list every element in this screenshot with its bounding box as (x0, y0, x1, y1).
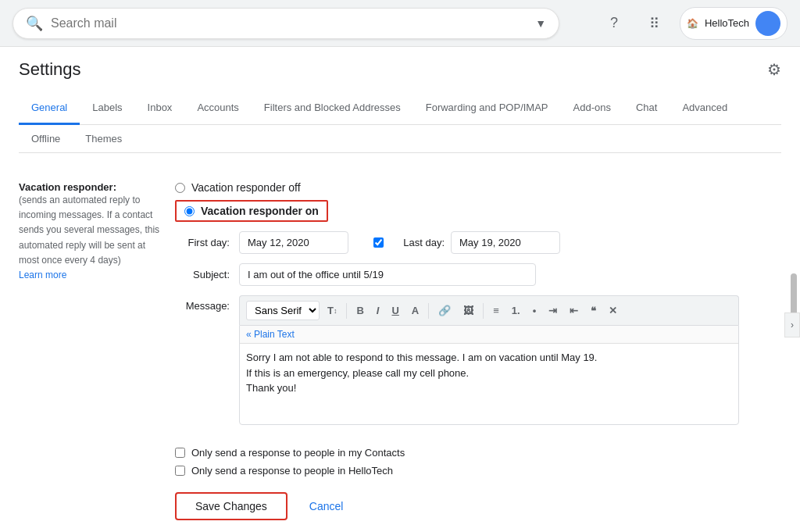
app-header: 🔍 ▼ ? ⠿ 🏠 HelloTech (0, 0, 800, 47)
subject-row: Subject: (175, 263, 781, 286)
font-size-btn[interactable]: T↕ (323, 302, 341, 320)
align-btn[interactable]: ≡ (488, 302, 504, 320)
search-dropdown-icon[interactable]: ▼ (535, 17, 546, 30)
settings-container: Settings ⚙ General Labels Inbox Accounts… (0, 47, 800, 532)
indent-btn[interactable]: ⇥ (544, 302, 562, 320)
help-icon: ? (610, 15, 618, 31)
account-home-icon: 🏠 (687, 18, 698, 29)
tab-forwarding[interactable]: Forwarding and POP/IMAP (413, 92, 561, 125)
learn-more-link[interactable]: Learn more (19, 270, 66, 280)
settings-title-row: Settings ⚙ (19, 59, 781, 80)
vacation-options: Vacation responder off Vacation responde… (175, 181, 781, 434)
message-editor: Sans Serif T↕ B I U A 🔗 🖼 (239, 295, 739, 425)
last-day-input[interactable] (451, 231, 560, 254)
header-right: ? ⠿ 🏠 HelloTech (598, 7, 788, 40)
ul-btn[interactable]: • (528, 302, 541, 320)
italic-btn[interactable]: I (372, 302, 384, 320)
gear-icon[interactable]: ⚙ (767, 60, 781, 79)
main-tabs: General Labels Inbox Accounts Filters an… (19, 92, 781, 125)
page-title: Settings (19, 59, 81, 80)
underline-btn[interactable]: U (387, 302, 403, 320)
tab-accounts[interactable]: Accounts (184, 92, 251, 125)
search-icon: 🔍 (26, 15, 43, 32)
cancel-button[interactable]: Cancel (297, 494, 356, 519)
search-bar[interactable]: 🔍 ▼ (12, 8, 559, 39)
tab-general[interactable]: General (19, 92, 80, 125)
message-textarea[interactable]: Sorry I am not able to respond to this m… (240, 344, 738, 422)
hellotech-checkbox[interactable] (175, 466, 185, 476)
vacation-form-rows: First day: Last day: Subject: (175, 231, 781, 425)
tab-labels[interactable]: Labels (80, 92, 134, 125)
sidebar-collapse-btn[interactable]: › (784, 312, 800, 337)
vacation-on-wrapper: Vacation responder on (175, 200, 328, 222)
tab-inbox[interactable]: Inbox (135, 92, 185, 125)
account-name-label: HelloTech (705, 17, 749, 29)
message-area: « Plain Text Sorry I am not able to resp… (239, 325, 739, 425)
font-family-select[interactable]: Sans Serif (246, 301, 320, 320)
font-color-btn[interactable]: A (407, 302, 423, 320)
tab-chat[interactable]: Chat (623, 92, 670, 125)
vacation-responder-section: Vacation responder: (sends an automated … (19, 169, 781, 447)
vacation-on-radio[interactable] (184, 206, 195, 216)
vacation-off-radio[interactable] (175, 183, 185, 193)
apps-button[interactable]: ⠿ (639, 8, 670, 39)
remove-format-btn[interactable]: ✕ (604, 302, 622, 320)
last-day-group: Last day: (373, 231, 560, 254)
vacation-on-label: Vacation responder on (201, 205, 319, 217)
contacts-checkbox[interactable] (175, 448, 185, 458)
ol-btn[interactable]: 1. (507, 302, 525, 320)
vacation-off-row: Vacation responder off (175, 181, 781, 194)
bold-btn[interactable]: B (352, 302, 368, 320)
tab-addons[interactable]: Add-ons (561, 92, 623, 125)
contacts-checkbox-row: Only send a response to people in my Con… (175, 447, 781, 459)
message-toolbar: Sans Serif T↕ B I U A 🔗 🖼 (239, 295, 739, 325)
vacation-section-desc: (sends an automated reply to incoming me… (19, 193, 167, 268)
tab-offline[interactable]: Offline (19, 125, 73, 152)
avatar (755, 11, 780, 36)
vacation-on-row: Vacation responder on (175, 200, 781, 222)
image-btn[interactable]: 🖼 (459, 302, 478, 320)
last-day-label: Last day: (390, 237, 445, 248)
vacation-off-label: Vacation responder off (191, 181, 301, 194)
tab-advanced[interactable]: Advanced (670, 92, 740, 125)
help-button[interactable]: ? (598, 8, 630, 39)
contacts-checkbox-label: Only send a response to people in my Con… (191, 447, 405, 459)
footer-buttons: Save Changes Cancel (175, 492, 781, 520)
secondary-tabs: Offline Themes (19, 125, 781, 153)
vacation-section-label: Vacation responder: (19, 181, 175, 193)
message-row: Message: Sans Serif T↕ B I (175, 295, 781, 425)
subject-label: Subject: (175, 269, 230, 280)
tab-themes[interactable]: Themes (73, 125, 134, 152)
outdent-btn[interactable]: ⇤ (565, 302, 583, 320)
days-row: First day: Last day: (175, 231, 781, 254)
vacation-label-col: Vacation responder: (sends an automated … (19, 181, 175, 280)
save-changes-button[interactable]: Save Changes (175, 492, 288, 520)
plain-text-link[interactable]: « Plain Text (240, 326, 738, 344)
account-button[interactable]: 🏠 HelloTech (680, 7, 788, 40)
last-day-checkbox[interactable] (373, 237, 384, 248)
hellotech-checkbox-label: Only send a response to people in HelloT… (191, 465, 393, 477)
first-day-label: First day: (175, 237, 230, 248)
link-btn[interactable]: 🔗 (434, 302, 455, 320)
hellotech-checkbox-row: Only send a response to people in HelloT… (175, 465, 781, 477)
apps-grid-icon: ⠿ (649, 15, 659, 32)
first-day-input[interactable] (239, 231, 348, 254)
quote-btn[interactable]: ❝ (586, 302, 601, 320)
message-label: Message: (175, 295, 230, 312)
subject-input[interactable] (239, 263, 536, 286)
tab-filters[interactable]: Filters and Blocked Addresses (252, 92, 413, 125)
search-input[interactable] (51, 16, 535, 30)
